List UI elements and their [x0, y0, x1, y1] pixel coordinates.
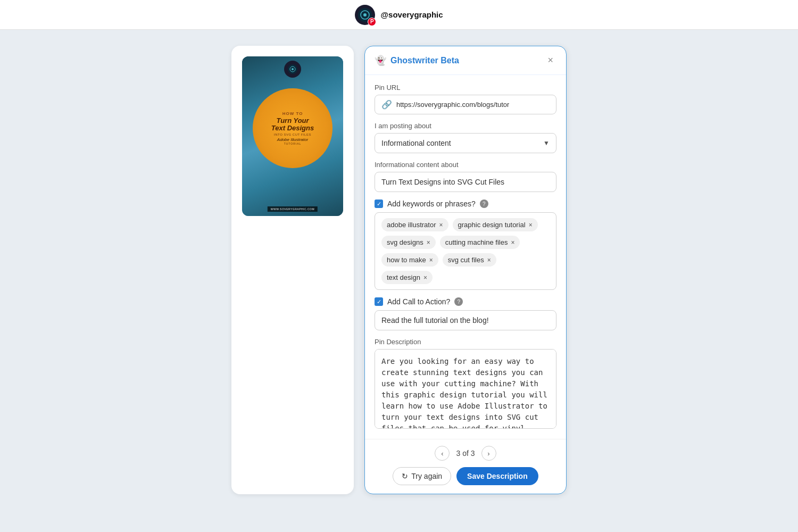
pin-watermark: WWW.SOVERYGRAPHIC.COM — [268, 206, 318, 212]
chevron-down-icon: ▼ — [543, 139, 550, 147]
cta-checkbox[interactable] — [375, 297, 383, 306]
pin-url-label: Pin URL — [375, 84, 556, 92]
tag-svg-cut-files: svg cut files × — [443, 253, 496, 267]
keywords-area: adobe illustrator × graphic design tutor… — [375, 212, 556, 290]
tag-adobe-illustrator: adobe illustrator × — [381, 218, 448, 231]
tag-svg-designs: svg designs × — [381, 236, 436, 249]
tag-cutting-machine-files: cutting machine files × — [440, 236, 520, 249]
ghost-icon: 👻 — [375, 55, 386, 66]
posting-about-value: Informational content — [381, 139, 451, 147]
pin-tutorial-text: TUTORIAL — [284, 142, 302, 145]
save-description-button[interactable]: Save Description — [456, 467, 538, 485]
pin-how-to-text: HOW TO — [282, 111, 303, 116]
topbar-inner: P @soverygraphic — [355, 5, 443, 25]
tag-remove-icon[interactable]: × — [429, 257, 433, 263]
page-indicator: 3 of 3 — [456, 449, 475, 458]
pin-desc-label: Pin Description — [375, 338, 556, 346]
pin-preview-panel: HOW TO Turn Your Text Designs into SVG C… — [231, 46, 354, 494]
tag-how-to-make: how to make × — [381, 253, 438, 267]
svg-point-5 — [292, 68, 294, 70]
pin-url-field[interactable]: 🔗 https://soverygraphic.com/blogs/tutor — [375, 95, 556, 114]
cta-checkbox-row: Add Call to Action? ? — [375, 297, 556, 306]
footer-buttons: ↻ Try again Save Description — [393, 467, 538, 485]
pagination: ‹ 3 of 3 › — [435, 446, 496, 461]
ghostwriter-title: Ghostwriter Beta — [390, 56, 459, 65]
tag-remove-icon[interactable]: × — [511, 239, 514, 246]
pin-design-circle: HOW TO Turn Your Text Designs into SVG C… — [253, 88, 332, 168]
ghostwriter-panel: 👻 Ghostwriter Beta × Pin URL 🔗 https://s… — [364, 46, 567, 494]
pinterest-badge: P — [368, 18, 376, 26]
main-content: HOW TO Turn Your Text Designs into SVG C… — [0, 30, 798, 510]
tag-text-design: text design × — [381, 271, 433, 284]
ghostwriter-body: Pin URL 🔗 https://soverygraphic.com/blog… — [365, 75, 566, 439]
refresh-icon: ↻ — [402, 472, 408, 480]
tags-container: adobe illustrator × graphic design tutor… — [381, 218, 550, 284]
keywords-checkbox-row: Add keywords or phrases? ? — [375, 200, 556, 208]
try-again-button[interactable]: ↻ Try again — [393, 467, 451, 485]
pin-url-section: Pin URL 🔗 https://soverygraphic.com/blog… — [375, 84, 556, 114]
ghostwriter-header: 👻 Ghostwriter Beta × — [365, 46, 566, 75]
tag-remove-icon[interactable]: × — [423, 275, 427, 281]
info-content-label: Informational content about — [375, 161, 556, 169]
pin-logo — [284, 61, 301, 78]
info-content-input[interactable] — [375, 172, 556, 192]
try-again-label: Try again — [411, 472, 442, 480]
close-button[interactable]: × — [544, 54, 556, 67]
topbar: P @soverygraphic — [0, 0, 798, 30]
ghostwriter-footer: ‹ 3 of 3 › ↻ Try again Save Description — [365, 439, 566, 494]
cta-help-icon[interactable]: ? — [454, 297, 463, 306]
pin-description-textarea[interactable]: Are you looking for an easy way to creat… — [375, 349, 556, 429]
pin-sub-text: into SVG Cut Files — [274, 133, 311, 136]
info-content-section: Informational content about — [375, 161, 556, 192]
cta-input[interactable] — [375, 310, 556, 330]
keywords-label: Add keywords or phrases? — [387, 200, 476, 208]
next-page-button[interactable]: › — [481, 446, 496, 461]
tag-remove-icon[interactable]: × — [439, 222, 443, 228]
posting-about-dropdown[interactable]: Informational content ▼ — [375, 133, 556, 153]
posting-about-label: I am posting about — [375, 122, 556, 130]
tag-remove-icon[interactable]: × — [529, 222, 533, 228]
pin-url-value: https://soverygraphic.com/blogs/tutor — [396, 101, 509, 109]
pin-image: HOW TO Turn Your Text Designs into SVG C… — [242, 56, 343, 216]
keywords-section: Add keywords or phrases? ? adobe illustr… — [375, 200, 556, 290]
keywords-help-icon[interactable]: ? — [480, 200, 488, 208]
tag-remove-icon[interactable]: × — [487, 257, 491, 263]
pin-adobe-text: Adobe Illustrator — [277, 137, 308, 142]
link-icon: 🔗 — [381, 99, 392, 110]
cta-label: Add Call to Action? — [387, 297, 450, 306]
avatar: P — [355, 5, 375, 25]
pin-main-text: Turn Your Text Designs — [271, 117, 314, 132]
pin-desc-section: Pin Description Are you looking for an e… — [375, 338, 556, 430]
pin-image-bg: HOW TO Turn Your Text Designs into SVG C… — [242, 56, 343, 216]
posting-about-section: I am posting about Informational content… — [375, 122, 556, 153]
tag-graphic-design-tutorial: graphic design tutorial × — [453, 218, 538, 231]
cta-section: Add Call to Action? ? — [375, 297, 556, 330]
tag-remove-icon[interactable]: × — [427, 239, 430, 246]
svg-point-2 — [363, 13, 367, 16]
username: @soverygraphic — [380, 10, 443, 19]
gw-title-wrap: 👻 Ghostwriter Beta — [375, 55, 459, 66]
prev-page-button[interactable]: ‹ — [435, 446, 450, 461]
keywords-checkbox[interactable] — [375, 200, 383, 208]
